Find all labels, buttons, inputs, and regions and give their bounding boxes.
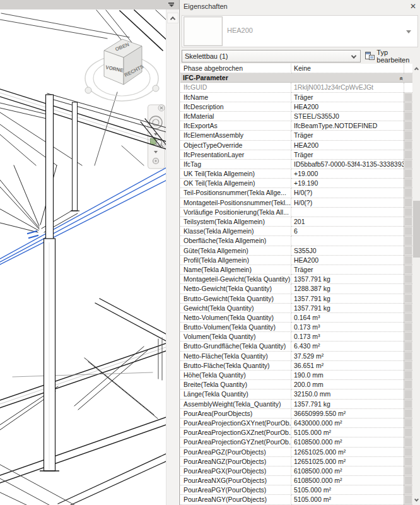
- associate-parameter-button[interactable]: [404, 93, 412, 102]
- property-value[interactable]: Keine: [291, 64, 404, 73]
- property-value[interactable]: 1357.791 kg: [291, 304, 404, 313]
- model-viewport[interactable]: OBEN VORNE RECHTS: [0, 0, 179, 505]
- associate-parameter-button[interactable]: [404, 380, 412, 389]
- associate-parameter-button[interactable]: [404, 323, 412, 332]
- associate-parameter-button[interactable]: [404, 265, 412, 275]
- associate-parameter-button[interactable]: [404, 112, 412, 121]
- property-value[interactable]: IfcBeamType.NOTDEFINED: [291, 121, 404, 131]
- property-value[interactable]: 32150.0 mm: [291, 389, 404, 399]
- associate-parameter-button[interactable]: [404, 409, 412, 419]
- scrollbar-thumb[interactable]: [413, 201, 420, 258]
- viewcube[interactable]: OBEN VORNE RECHTS: [85, 39, 159, 101]
- associate-parameter-button[interactable]: [404, 294, 412, 304]
- associate-parameter-button[interactable]: [404, 437, 412, 447]
- property-value[interactable]: 5105.000 m²: [291, 428, 404, 437]
- associate-parameter-button[interactable]: [404, 495, 412, 504]
- chevron-down-icon[interactable]: [406, 30, 411, 33]
- property-value[interactable]: HEA200: [291, 256, 404, 265]
- close-icon[interactable]: [158, 105, 165, 111]
- associate-parameter-button[interactable]: [404, 179, 412, 188]
- property-value[interactable]: STEEL/S355J0: [291, 112, 404, 121]
- property-value[interactable]: 0.173 m³: [291, 323, 404, 332]
- associate-parameter-button[interactable]: [404, 198, 412, 208]
- associate-parameter-button[interactable]: [404, 476, 412, 485]
- property-value[interactable]: 6108500.000 m²: [291, 476, 404, 485]
- property-value[interactable]: Träger: [291, 131, 404, 140]
- associate-parameter-button[interactable]: [404, 304, 412, 313]
- associate-parameter-button[interactable]: [404, 448, 412, 457]
- property-value[interactable]: Träger: [291, 93, 404, 102]
- pan-wheel-icon[interactable]: [153, 158, 159, 164]
- property-value[interactable]: 201: [291, 217, 404, 227]
- associate-parameter-button[interactable]: [404, 150, 412, 160]
- type-selector[interactable]: HEA200: [182, 15, 418, 47]
- property-value[interactable]: 1357.791 kg: [291, 294, 404, 304]
- property-value[interactable]: 1357.791 kg: [291, 275, 404, 284]
- palette-titlebar[interactable]: Eigenschaften ✕: [180, 0, 420, 14]
- property-value[interactable]: 0.173 m³: [291, 332, 404, 342]
- property-value[interactable]: +19.000: [291, 169, 404, 179]
- associate-parameter-button[interactable]: [404, 188, 412, 198]
- palette-scrollbar[interactable]: [412, 64, 420, 505]
- associate-parameter-button[interactable]: [404, 371, 412, 380]
- property-value[interactable]: 200.0 mm: [291, 380, 404, 389]
- property-value[interactable]: 12651025.000 m²: [291, 448, 404, 457]
- property-value[interactable]: S355J0: [291, 246, 404, 256]
- associate-parameter-button[interactable]: [404, 246, 412, 256]
- property-value[interactable]: 12651025.000 m²: [291, 457, 404, 466]
- property-value[interactable]: 190.0 mm: [291, 371, 404, 380]
- property-value[interactable]: 5105.000 m²: [291, 495, 404, 504]
- associate-parameter-button[interactable]: [404, 217, 412, 227]
- associate-parameter-button[interactable]: [404, 457, 412, 466]
- edit-type-button[interactable]: Typ bearbeiten: [365, 50, 420, 62]
- property-value[interactable]: HEA200: [291, 141, 404, 150]
- associate-parameter-button[interactable]: [404, 131, 412, 140]
- property-value[interactable]: Träger: [291, 150, 404, 160]
- associate-parameter-button[interactable]: [404, 466, 412, 476]
- property-value[interactable]: H/0(?): [291, 198, 404, 208]
- collapse-section-icon[interactable]: «: [397, 77, 407, 81]
- associate-parameter-button[interactable]: [404, 160, 412, 169]
- property-value[interactable]: 6: [291, 227, 404, 236]
- section-header[interactable]: IFC-Parameter«: [180, 73, 412, 83]
- property-value[interactable]: 6108500.000 m²: [291, 437, 404, 447]
- wireframe-3d-view[interactable]: OBEN VORNE RECHTS: [0, 0, 166, 505]
- scroll-up-button[interactable]: [412, 64, 420, 73]
- property-value[interactable]: ID5bbafb57-0000-53f4-3135-3338393...: [291, 160, 404, 169]
- property-value[interactable]: 1RkljN001Jz34rCpWvEJGt: [291, 83, 404, 92]
- associate-parameter-button[interactable]: [404, 141, 412, 150]
- associate-parameter-button[interactable]: [404, 428, 412, 437]
- associate-parameter-button[interactable]: [404, 400, 412, 409]
- property-value[interactable]: [291, 236, 404, 246]
- associate-parameter-button[interactable]: [404, 256, 412, 265]
- property-value[interactable]: 36650999.550 m²: [291, 409, 404, 419]
- property-value[interactable]: 36.651 m²: [291, 361, 404, 371]
- associate-parameter-button[interactable]: [404, 361, 412, 371]
- associate-parameter-button[interactable]: [404, 208, 412, 217]
- element-filter-select[interactable]: Skelettbau (1): [182, 50, 361, 62]
- associate-parameter-button[interactable]: [404, 342, 412, 351]
- associate-parameter-button[interactable]: [404, 236, 412, 246]
- associate-parameter-button[interactable]: [404, 389, 412, 399]
- property-value[interactable]: 5105.000 m²: [291, 485, 404, 495]
- associate-parameter-button[interactable]: [404, 352, 412, 361]
- collapse-panel-icon[interactable]: [168, 3, 174, 8]
- associate-parameter-button[interactable]: [404, 284, 412, 294]
- property-value[interactable]: 0.164 m³: [291, 313, 404, 323]
- associate-parameter-button[interactable]: [404, 227, 412, 236]
- property-value[interactable]: +19.190: [291, 179, 404, 188]
- property-value[interactable]: 1288.387 kg: [291, 284, 404, 294]
- close-icon[interactable]: ✕: [410, 2, 416, 11]
- property-value[interactable]: 6.430 m²: [291, 342, 404, 351]
- property-value[interactable]: H/0(?): [291, 188, 404, 198]
- property-value[interactable]: [291, 208, 404, 217]
- associate-parameter-button[interactable]: [404, 102, 412, 112]
- steel-column[interactable]: [40, 95, 59, 471]
- steel-post[interactable]: [71, 102, 79, 211]
- scroll-down-button[interactable]: [412, 496, 420, 505]
- property-value[interactable]: 6430000.000 m²: [291, 419, 404, 428]
- associate-parameter-button[interactable]: [404, 275, 412, 284]
- view-scrollbar[interactable]: [166, 9, 178, 505]
- associate-parameter-button[interactable]: [404, 332, 412, 342]
- property-value[interactable]: 37.529 m²: [291, 352, 404, 361]
